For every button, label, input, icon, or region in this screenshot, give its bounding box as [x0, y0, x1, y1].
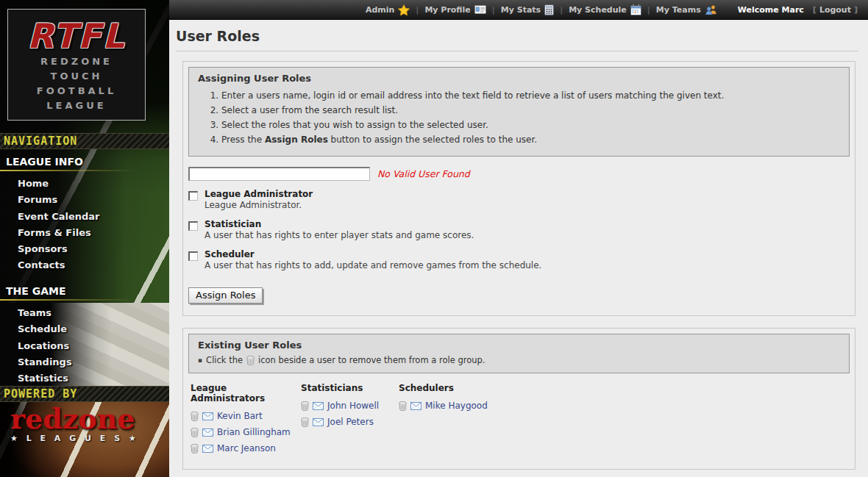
- remove-user-trash-icon[interactable]: [301, 401, 309, 411]
- user-name-link[interactable]: Kevin Bart: [217, 411, 263, 421]
- star-icon: [398, 4, 410, 15]
- column-title: Schedulers: [399, 383, 850, 393]
- instruction-bold-text: Assign Roles: [265, 135, 328, 145]
- navigation-banner: NAVIGATION: [0, 133, 169, 149]
- sidebar-item-statistics[interactable]: Statistics: [0, 370, 162, 387]
- assign-roles-button[interactable]: Assign Roles: [188, 287, 263, 304]
- league-info-header: LEAGUE INFO: [0, 156, 162, 168]
- the-game-section: THE GAME Teams Schedule Locations Standi…: [0, 285, 162, 387]
- sidebar-item-forums[interactable]: Forums: [0, 192, 162, 208]
- role-name: Statistician: [204, 219, 474, 230]
- rtfl-logo-line: FOOTBALL: [8, 84, 145, 98]
- remove-user-trash-icon[interactable]: [399, 401, 407, 411]
- user-name-link[interactable]: Joel Peters: [327, 417, 374, 427]
- role-option-scheduler: Scheduler A user that has rights to add,…: [188, 249, 850, 271]
- role-option-league-administrator: League Administrator League Administrato…: [188, 189, 850, 211]
- note-text: Click the: [206, 355, 243, 365]
- sidebar-item-forms-files[interactable]: Forms & Files: [0, 225, 162, 241]
- sidebar-item-schedule[interactable]: Schedule: [0, 321, 162, 337]
- role-option-statistician: Statistician A user that has rights to e…: [188, 219, 850, 241]
- main-content: User Roles Assigning User Roles Enter a …: [169, 20, 868, 477]
- remove-note: ▪ Click the icon beside a user to remove…: [198, 355, 840, 365]
- instruction-text: Press the: [221, 135, 265, 145]
- assign-roles-panel: Assigning User Roles Enter a users name,…: [182, 61, 855, 316]
- column-title: Statisticians: [301, 383, 399, 393]
- remove-user-trash-icon[interactable]: [191, 412, 199, 421]
- email-user-mail-icon[interactable]: [202, 428, 213, 437]
- sidebar-item-locations[interactable]: Locations: [0, 338, 162, 354]
- topbar: Admin | My Profile | My Stats | My Sched…: [169, 0, 868, 20]
- sidebar-item-teams[interactable]: Teams: [0, 305, 162, 321]
- bullet-icon: ▪: [198, 356, 202, 364]
- remove-user-trash-icon[interactable]: [191, 428, 199, 437]
- topbar-item-my-profile[interactable]: My Profile: [424, 5, 485, 15]
- instruction-text: button to assign the selected roles to t…: [328, 135, 537, 145]
- welcome-message: Welcome Marc: [738, 5, 804, 15]
- user-name-link[interactable]: Brian Gillingham: [217, 427, 291, 437]
- the-game-header: THE GAME: [0, 285, 162, 297]
- role-description: A user that has rights to enter player s…: [204, 230, 474, 241]
- topbar-item-label: My Teams: [656, 5, 701, 15]
- email-user-mail-icon[interactable]: [313, 402, 324, 410]
- redzone-leagues-logo: redzone ★ L E A G U E S ★: [10, 406, 139, 443]
- email-user-mail-icon[interactable]: [313, 418, 324, 426]
- remove-user-trash-icon[interactable]: [301, 417, 309, 427]
- topbar-item-admin[interactable]: Admin: [366, 4, 410, 15]
- league-info-menu: Home Forums Event Calendar Forms & Files…: [0, 176, 162, 274]
- remove-user-trash-icon[interactable]: [191, 444, 199, 453]
- topbar-item-label: My Schedule: [569, 5, 627, 15]
- column-statisticians: Statisticians John Howell Joel Peters: [301, 383, 399, 459]
- instruction-item: Select a user from the search result lis…: [221, 104, 840, 116]
- redzone-logo-sub: ★ L E A G U E S ★: [10, 434, 139, 443]
- trash-icon: [246, 356, 255, 365]
- user-name-link[interactable]: Mike Haygood: [425, 401, 488, 411]
- topbar-item-my-teams[interactable]: My Teams: [656, 5, 717, 15]
- user-row: Marc Jeanson: [191, 443, 301, 453]
- role-name: Scheduler: [204, 249, 541, 260]
- role-columns: League Administrators Kevin Bart Brian G…: [191, 383, 850, 459]
- topbar-item-label: My Stats: [501, 5, 541, 15]
- scheduler-checkbox[interactable]: [188, 251, 198, 261]
- user-row: John Howell: [301, 401, 399, 411]
- role-description: A user that has rights to add, update an…: [204, 260, 541, 271]
- sidebar: RTFL REDZONE TOUCH FOOTBALL LEAGUE NAVIG…: [0, 0, 169, 477]
- existing-roles-header-box: Existing User Roles ▪ Click the icon bes…: [188, 334, 850, 373]
- rtfl-logo-line: REDZONE: [8, 54, 145, 68]
- topbar-separator: |: [492, 5, 495, 15]
- user-search-input[interactable]: [188, 167, 370, 181]
- statistician-checkbox[interactable]: [188, 221, 198, 231]
- sidebar-item-event-calendar[interactable]: Event Calendar: [0, 209, 162, 225]
- user-search-row: No Valid User Found: [188, 167, 850, 181]
- sidebar-item-contacts[interactable]: Contacts: [0, 257, 162, 273]
- calendar-icon: [630, 4, 641, 15]
- topbar-item-my-schedule[interactable]: My Schedule: [569, 4, 641, 15]
- vcard-icon: [474, 5, 486, 14]
- logout-link[interactable]: Logout: [819, 5, 851, 15]
- topbar-item-label: Admin: [366, 5, 394, 15]
- powered-by-banner: POWERED BY: [0, 386, 169, 402]
- user-name-link[interactable]: Marc Jeanson: [217, 443, 276, 453]
- calculator-icon: [544, 4, 554, 15]
- column-schedulers: Schedulers Mike Haygood: [399, 383, 850, 459]
- page-title: User Roles: [176, 28, 858, 51]
- group-icon: [705, 5, 717, 15]
- email-user-mail-icon[interactable]: [202, 445, 213, 453]
- redzone-logo-name: redzone: [10, 406, 139, 432]
- rtfl-logo-line: LEAGUE: [8, 98, 145, 112]
- topbar-item-my-stats[interactable]: My Stats: [501, 4, 554, 15]
- league-info-section: LEAGUE INFO Home Forums Event Calendar F…: [0, 156, 162, 274]
- email-user-mail-icon[interactable]: [202, 412, 213, 420]
- sidebar-item-standings[interactable]: Standings: [0, 354, 162, 370]
- user-name-link[interactable]: John Howell: [327, 401, 379, 411]
- column-title: League Administrators: [191, 383, 301, 404]
- topbar-separator: |: [647, 5, 650, 15]
- topbar-separator: |: [416, 5, 419, 15]
- logout-group: [ Logout ]: [813, 5, 858, 15]
- sidebar-item-sponsors[interactable]: Sponsors: [0, 241, 162, 257]
- league-administrator-checkbox[interactable]: [188, 191, 198, 201]
- email-user-mail-icon[interactable]: [410, 402, 421, 410]
- rtfl-logo: RTFL REDZONE TOUCH FOOTBALL LEAGUE: [7, 9, 146, 121]
- note-text: icon beside a user to remove them from a…: [258, 355, 485, 365]
- logout-bracket: ]: [854, 5, 858, 15]
- sidebar-item-home[interactable]: Home: [0, 176, 162, 192]
